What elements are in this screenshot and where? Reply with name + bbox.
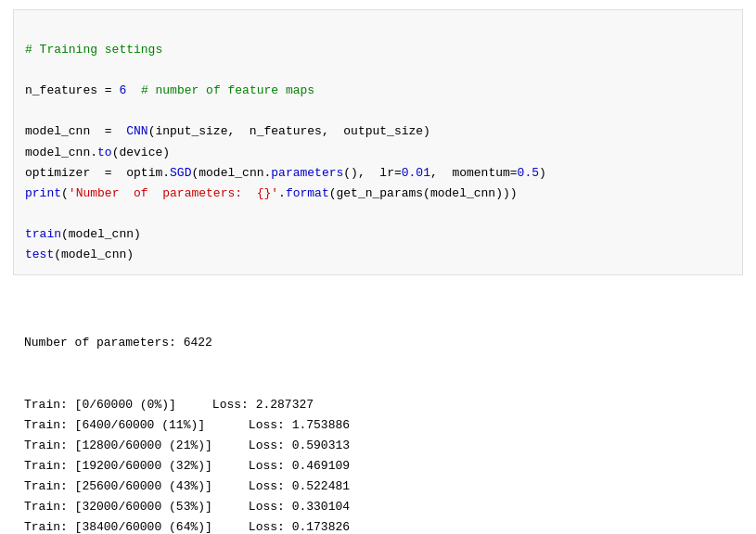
code-line-test: test(model_cnn) — [25, 248, 134, 261]
train-line-item: Train: [32000/60000 (53%)] Loss: 0.33010… — [24, 497, 732, 517]
train-line-item: Train: [0/60000 (0%)] Loss: 2.287327 — [24, 395, 732, 415]
code-line-model-cnn: model_cnn = CNN(input_size, n_features, … — [25, 124, 430, 138]
train-line-item: Train: [25600/60000 (43%)] Loss: 0.52248… — [24, 477, 732, 497]
train-output: Train: [0/60000 (0%)] Loss: 2.287327Trai… — [24, 395, 732, 534]
code-line-print: print('Number of parameters: {}'.format(… — [25, 186, 518, 200]
code-block: # Training settings n_features = 6 # num… — [13, 9, 743, 275]
code-line-train: train(model_cnn) — [25, 227, 141, 241]
code-line-to-device: model_cnn.to(device) — [25, 146, 170, 159]
train-line-item: Train: [6400/60000 (11%)] Loss: 1.753886 — [24, 415, 732, 436]
train-line-item: Train: [12800/60000 (21%)] Loss: 0.59031… — [24, 436, 732, 456]
output-block: Number of parameters: 6422 Train: [0/600… — [13, 285, 743, 534]
comment-training-settings: # Training settings — [25, 43, 162, 57]
code-line-optimizer: optimizer = optim.SGD(model_cnn.paramete… — [25, 166, 546, 180]
code-line-nfeatures: n_features = 6 # number of feature maps — [25, 83, 314, 97]
train-line-item: Train: [38400/60000 (64%)] Loss: 0.17382… — [24, 517, 732, 534]
train-line-item: Train: [19200/60000 (32%)] Loss: 0.46910… — [24, 456, 732, 477]
params-output: Number of parameters: 6422 — [24, 333, 732, 353]
